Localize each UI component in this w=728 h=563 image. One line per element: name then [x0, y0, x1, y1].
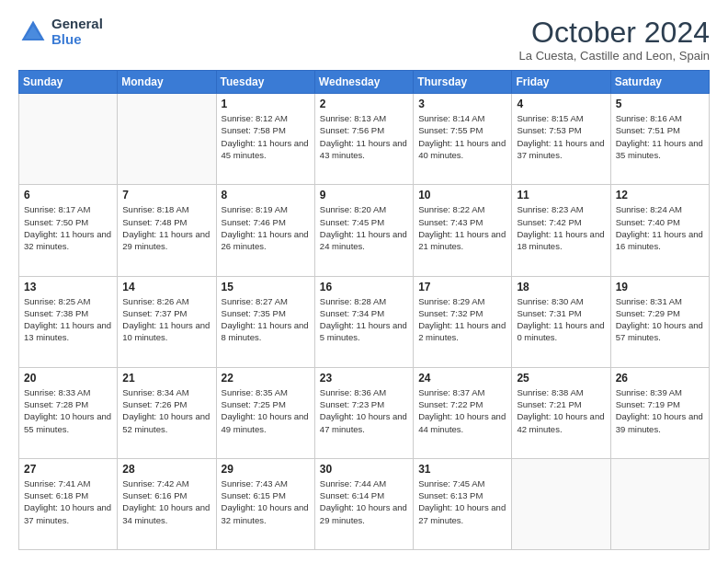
calendar-cell: 7Sunrise: 8:18 AM Sunset: 7:48 PM Daylig…	[118, 185, 216, 276]
day-number: 25	[517, 372, 605, 385]
day-info: Sunrise: 8:28 AM Sunset: 7:34 PM Dayligh…	[320, 295, 408, 344]
calendar-cell: 18Sunrise: 8:30 AM Sunset: 7:31 PM Dayli…	[512, 276, 610, 367]
day-info: Sunrise: 8:39 AM Sunset: 7:19 PM Dayligh…	[616, 386, 704, 435]
calendar-header-friday: Friday	[512, 71, 610, 94]
month-title: October 2024	[519, 17, 710, 49]
day-info: Sunrise: 8:31 AM Sunset: 7:29 PM Dayligh…	[616, 295, 704, 344]
calendar-cell: 8Sunrise: 8:19 AM Sunset: 7:46 PM Daylig…	[216, 185, 314, 276]
day-number: 24	[418, 372, 506, 385]
day-info: Sunrise: 8:30 AM Sunset: 7:31 PM Dayligh…	[517, 295, 605, 344]
day-number: 8	[222, 189, 310, 201]
day-number: 1	[222, 98, 310, 110]
day-number: 29	[222, 463, 310, 476]
day-number: 21	[122, 372, 210, 385]
calendar-cell: 1Sunrise: 8:12 AM Sunset: 7:58 PM Daylig…	[216, 94, 314, 185]
logo: General Blue	[18, 17, 103, 47]
day-number: 9	[320, 189, 408, 201]
day-info: Sunrise: 8:15 AM Sunset: 7:53 PM Dayligh…	[517, 112, 605, 161]
day-info: Sunrise: 8:16 AM Sunset: 7:51 PM Dayligh…	[616, 112, 704, 161]
logo-text-blue: Blue	[51, 32, 103, 48]
calendar-cell: 16Sunrise: 8:28 AM Sunset: 7:34 PM Dayli…	[314, 276, 413, 367]
calendar-header-sunday: Sunday	[19, 71, 118, 94]
day-number: 20	[24, 372, 112, 385]
title-section: October 2024 La Cuesta, Castille and Leo…	[519, 17, 710, 63]
day-info: Sunrise: 8:18 AM Sunset: 7:48 PM Dayligh…	[122, 203, 210, 252]
calendar-cell: 31Sunrise: 7:45 AM Sunset: 6:13 PM Dayli…	[414, 458, 512, 549]
calendar-week-row: 20Sunrise: 8:33 AM Sunset: 7:28 PM Dayli…	[19, 367, 710, 458]
calendar-cell: 11Sunrise: 8:23 AM Sunset: 7:42 PM Dayli…	[512, 185, 610, 276]
day-number: 14	[122, 281, 210, 293]
calendar-cell: 21Sunrise: 8:34 AM Sunset: 7:26 PM Dayli…	[118, 367, 216, 458]
day-number: 7	[122, 189, 210, 201]
day-number: 19	[616, 281, 704, 293]
calendar-header-wednesday: Wednesday	[314, 71, 413, 94]
logo-icon	[18, 17, 48, 47]
day-info: Sunrise: 8:33 AM Sunset: 7:28 PM Dayligh…	[24, 386, 112, 435]
calendar-header-monday: Monday	[118, 71, 216, 94]
calendar-cell: 20Sunrise: 8:33 AM Sunset: 7:28 PM Dayli…	[19, 367, 118, 458]
day-number: 23	[320, 372, 408, 385]
calendar-header-thursday: Thursday	[414, 71, 512, 94]
calendar-cell: 5Sunrise: 8:16 AM Sunset: 7:51 PM Daylig…	[610, 94, 709, 185]
day-info: Sunrise: 8:38 AM Sunset: 7:21 PM Dayligh…	[517, 386, 605, 435]
day-number: 4	[517, 98, 605, 110]
day-number: 26	[616, 372, 704, 385]
day-number: 30	[320, 463, 408, 476]
calendar-cell: 10Sunrise: 8:22 AM Sunset: 7:43 PM Dayli…	[414, 185, 512, 276]
day-number: 17	[418, 281, 506, 293]
day-number: 3	[418, 98, 506, 110]
day-info: Sunrise: 7:44 AM Sunset: 6:14 PM Dayligh…	[320, 477, 408, 526]
day-info: Sunrise: 8:35 AM Sunset: 7:25 PM Dayligh…	[222, 386, 310, 435]
calendar-cell: 28Sunrise: 7:42 AM Sunset: 6:16 PM Dayli…	[118, 458, 216, 549]
calendar-cell: 3Sunrise: 8:14 AM Sunset: 7:55 PM Daylig…	[414, 94, 512, 185]
calendar-cell: 12Sunrise: 8:24 AM Sunset: 7:40 PM Dayli…	[610, 185, 709, 276]
day-info: Sunrise: 7:45 AM Sunset: 6:13 PM Dayligh…	[418, 477, 506, 526]
location: La Cuesta, Castille and Leon, Spain	[519, 49, 710, 63]
calendar-cell: 29Sunrise: 7:43 AM Sunset: 6:15 PM Dayli…	[216, 458, 314, 549]
day-info: Sunrise: 8:17 AM Sunset: 7:50 PM Dayligh…	[24, 203, 112, 252]
day-number: 28	[122, 463, 210, 476]
day-number: 27	[24, 463, 112, 476]
calendar-cell: 30Sunrise: 7:44 AM Sunset: 6:14 PM Dayli…	[314, 458, 413, 549]
day-number: 15	[222, 281, 310, 293]
day-info: Sunrise: 8:23 AM Sunset: 7:42 PM Dayligh…	[517, 203, 605, 252]
calendar-cell: 17Sunrise: 8:29 AM Sunset: 7:32 PM Dayli…	[414, 276, 512, 367]
page: General Blue October 2024 La Cuesta, Cas…	[0, 0, 728, 563]
calendar-cell: 4Sunrise: 8:15 AM Sunset: 7:53 PM Daylig…	[512, 94, 610, 185]
calendar-cell: 19Sunrise: 8:31 AM Sunset: 7:29 PM Dayli…	[610, 276, 709, 367]
logo-text-general: General	[51, 17, 103, 32]
day-info: Sunrise: 8:24 AM Sunset: 7:40 PM Dayligh…	[616, 203, 704, 252]
day-info: Sunrise: 7:42 AM Sunset: 6:16 PM Dayligh…	[122, 477, 210, 526]
calendar-cell	[512, 458, 610, 549]
day-info: Sunrise: 8:12 AM Sunset: 7:58 PM Dayligh…	[222, 112, 310, 161]
calendar-cell: 13Sunrise: 8:25 AM Sunset: 7:38 PM Dayli…	[19, 276, 118, 367]
day-info: Sunrise: 8:29 AM Sunset: 7:32 PM Dayligh…	[418, 295, 506, 344]
calendar-cell: 25Sunrise: 8:38 AM Sunset: 7:21 PM Dayli…	[512, 367, 610, 458]
calendar-cell: 2Sunrise: 8:13 AM Sunset: 7:56 PM Daylig…	[314, 94, 413, 185]
calendar-cell: 6Sunrise: 8:17 AM Sunset: 7:50 PM Daylig…	[19, 185, 118, 276]
day-info: Sunrise: 8:13 AM Sunset: 7:56 PM Dayligh…	[320, 112, 408, 161]
calendar-week-row: 6Sunrise: 8:17 AM Sunset: 7:50 PM Daylig…	[19, 185, 710, 276]
day-info: Sunrise: 8:20 AM Sunset: 7:45 PM Dayligh…	[320, 203, 408, 252]
calendar-week-row: 1Sunrise: 8:12 AM Sunset: 7:58 PM Daylig…	[19, 94, 710, 185]
day-number: 18	[517, 281, 605, 293]
calendar-header-tuesday: Tuesday	[216, 71, 314, 94]
day-number: 22	[222, 372, 310, 385]
day-info: Sunrise: 8:27 AM Sunset: 7:35 PM Dayligh…	[222, 295, 310, 344]
day-info: Sunrise: 8:25 AM Sunset: 7:38 PM Dayligh…	[24, 295, 112, 344]
calendar-cell: 15Sunrise: 8:27 AM Sunset: 7:35 PM Dayli…	[216, 276, 314, 367]
calendar-cell: 27Sunrise: 7:41 AM Sunset: 6:18 PM Dayli…	[19, 458, 118, 549]
day-number: 2	[320, 98, 408, 110]
day-info: Sunrise: 7:43 AM Sunset: 6:15 PM Dayligh…	[222, 477, 310, 526]
calendar-cell: 24Sunrise: 8:37 AM Sunset: 7:22 PM Dayli…	[414, 367, 512, 458]
header: General Blue October 2024 La Cuesta, Cas…	[18, 17, 710, 63]
day-number: 13	[24, 281, 112, 293]
calendar-cell: 22Sunrise: 8:35 AM Sunset: 7:25 PM Dayli…	[216, 367, 314, 458]
day-info: Sunrise: 8:19 AM Sunset: 7:46 PM Dayligh…	[222, 203, 310, 252]
day-info: Sunrise: 8:37 AM Sunset: 7:22 PM Dayligh…	[418, 386, 506, 435]
calendar-cell	[19, 94, 118, 185]
day-number: 10	[418, 189, 506, 201]
day-info: Sunrise: 8:34 AM Sunset: 7:26 PM Dayligh…	[122, 386, 210, 435]
calendar-cell: 9Sunrise: 8:20 AM Sunset: 7:45 PM Daylig…	[314, 185, 413, 276]
day-number: 6	[24, 189, 112, 201]
